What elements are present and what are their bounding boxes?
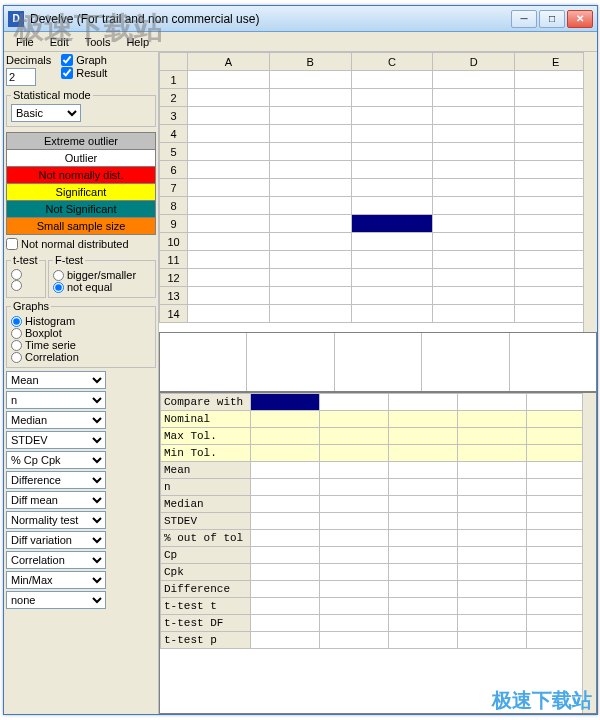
stat-cell[interactable] xyxy=(320,479,389,496)
cell[interactable] xyxy=(433,251,515,269)
stat-cell[interactable] xyxy=(320,581,389,598)
ttest-radio1[interactable] xyxy=(11,269,22,280)
cell[interactable] xyxy=(351,305,433,323)
cell[interactable] xyxy=(188,125,270,143)
stat-select-2[interactable]: Median xyxy=(6,411,106,429)
decimals-input[interactable] xyxy=(6,68,36,86)
cell[interactable] xyxy=(351,269,433,287)
menu-file[interactable]: File xyxy=(8,34,42,50)
menu-tools[interactable]: Tools xyxy=(77,34,119,50)
stat-select-11[interactable]: none xyxy=(6,591,106,609)
stat-cell[interactable] xyxy=(389,530,458,547)
row-header[interactable]: 3 xyxy=(160,107,188,125)
stat-cell[interactable] xyxy=(320,615,389,632)
stat-cell[interactable] xyxy=(389,428,458,445)
row-header[interactable]: 4 xyxy=(160,125,188,143)
cell[interactable] xyxy=(188,197,270,215)
stat-cell[interactable] xyxy=(389,394,458,411)
stat-cell[interactable] xyxy=(458,445,527,462)
stat-cell[interactable] xyxy=(389,496,458,513)
maximize-button[interactable]: □ xyxy=(539,10,565,28)
cell[interactable] xyxy=(433,305,515,323)
col-header[interactable]: C xyxy=(351,53,433,71)
stat-select-5[interactable]: Difference xyxy=(6,471,106,489)
stat-cell[interactable] xyxy=(251,530,320,547)
cell[interactable] xyxy=(351,89,433,107)
notnormal-checkbox[interactable] xyxy=(6,238,18,250)
stat-select-6[interactable]: Diff mean xyxy=(6,491,106,509)
stat-cell[interactable] xyxy=(458,394,527,411)
stat-cell[interactable] xyxy=(458,581,527,598)
cell[interactable] xyxy=(351,215,433,233)
menu-edit[interactable]: Edit xyxy=(42,34,77,50)
cell[interactable] xyxy=(351,251,433,269)
stat-cell[interactable] xyxy=(251,479,320,496)
cell[interactable] xyxy=(188,305,270,323)
cell[interactable] xyxy=(269,71,351,89)
ftest-notequal-radio[interactable] xyxy=(53,282,64,293)
cell[interactable] xyxy=(269,251,351,269)
row-header[interactable]: 7 xyxy=(160,179,188,197)
cell[interactable] xyxy=(188,71,270,89)
close-button[interactable]: ✕ xyxy=(567,10,593,28)
stat-cell[interactable] xyxy=(320,632,389,649)
cell[interactable] xyxy=(269,287,351,305)
stat-select-3[interactable]: STDEV xyxy=(6,431,106,449)
stat-cell[interactable] xyxy=(251,564,320,581)
stat-cell[interactable] xyxy=(389,445,458,462)
ttest-radio2[interactable] xyxy=(11,280,22,291)
vscrollbar[interactable] xyxy=(583,52,597,332)
stat-cell[interactable] xyxy=(251,445,320,462)
stat-cell[interactable] xyxy=(458,496,527,513)
stat-select-8[interactable]: Diff variation xyxy=(6,531,106,549)
cell[interactable] xyxy=(433,89,515,107)
ftest-bigger-radio[interactable] xyxy=(53,270,64,281)
stat-cell[interactable] xyxy=(320,496,389,513)
correlation-radio[interactable] xyxy=(11,352,22,363)
row-header[interactable]: 1 xyxy=(160,71,188,89)
stat-cell[interactable] xyxy=(320,462,389,479)
stat-cell[interactable] xyxy=(251,462,320,479)
cell[interactable] xyxy=(269,197,351,215)
stat-cell[interactable] xyxy=(458,547,527,564)
stat-cell[interactable] xyxy=(389,564,458,581)
row-header[interactable]: 2 xyxy=(160,89,188,107)
stat-cell[interactable] xyxy=(320,394,389,411)
stat-cell[interactable] xyxy=(251,428,320,445)
stat-cell[interactable] xyxy=(320,564,389,581)
stat-cell[interactable] xyxy=(251,632,320,649)
cell[interactable] xyxy=(188,161,270,179)
row-header[interactable]: 6 xyxy=(160,161,188,179)
menu-help[interactable]: Help xyxy=(118,34,157,50)
cell[interactable] xyxy=(351,107,433,125)
stat-cell[interactable] xyxy=(320,513,389,530)
col-header[interactable]: B xyxy=(269,53,351,71)
cell[interactable] xyxy=(433,71,515,89)
row-header[interactable]: 5 xyxy=(160,143,188,161)
cell[interactable] xyxy=(351,287,433,305)
stat-cell[interactable] xyxy=(320,530,389,547)
cell[interactable] xyxy=(433,287,515,305)
cell[interactable] xyxy=(351,125,433,143)
stat-select-9[interactable]: Correlation xyxy=(6,551,106,569)
stat-grid[interactable]: Compare withNominalMax Tol.Min Tol.Meann… xyxy=(159,392,597,714)
stat-select-1[interactable]: n xyxy=(6,391,106,409)
stat-cell[interactable] xyxy=(458,598,527,615)
cell[interactable] xyxy=(433,179,515,197)
stat-cell[interactable] xyxy=(251,547,320,564)
cell[interactable] xyxy=(351,143,433,161)
cell[interactable] xyxy=(351,197,433,215)
graph-checkbox[interactable] xyxy=(61,54,73,66)
timeserie-radio[interactable] xyxy=(11,340,22,351)
cell[interactable] xyxy=(433,197,515,215)
stat-cell[interactable] xyxy=(251,411,320,428)
cell[interactable] xyxy=(269,89,351,107)
cell[interactable] xyxy=(188,89,270,107)
stat-select-10[interactable]: Min/Max xyxy=(6,571,106,589)
stat-cell[interactable] xyxy=(389,462,458,479)
cell[interactable] xyxy=(433,269,515,287)
stat-select-4[interactable]: % Cp Cpk xyxy=(6,451,106,469)
data-grid[interactable]: ABCDE1234567891011121314 xyxy=(159,52,597,332)
stat-cell[interactable] xyxy=(389,615,458,632)
stat-cell[interactable] xyxy=(251,513,320,530)
